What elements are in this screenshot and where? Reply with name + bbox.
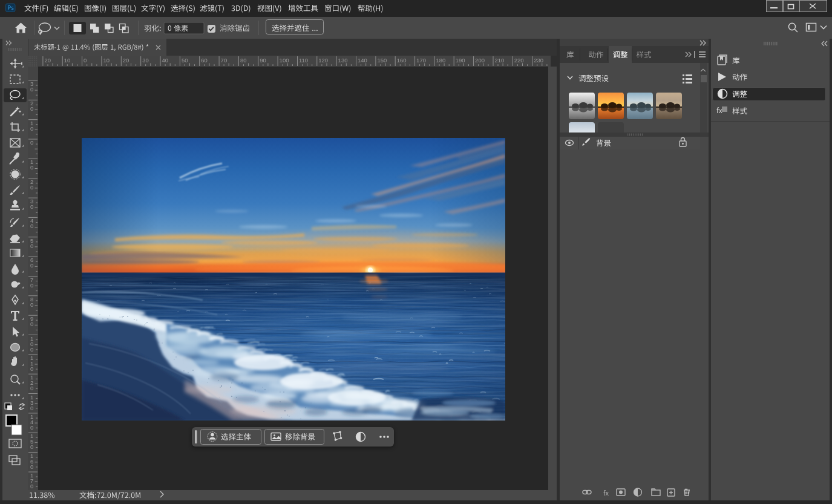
svg-text:0: 0 [30, 164, 33, 171]
svg-text:0: 0 [84, 57, 87, 64]
svg-text:0: 0 [30, 223, 33, 229]
svg-text:120: 120 [318, 57, 328, 64]
svg-text:0: 0 [30, 385, 33, 391]
svg-text:200: 200 [475, 57, 485, 64]
svg-text:0: 0 [30, 203, 33, 210]
svg-text:0: 0 [30, 184, 33, 191]
svg-text:0: 0 [30, 424, 33, 431]
svg-text:0: 0 [30, 346, 33, 353]
svg-text:110: 110 [299, 57, 308, 64]
svg-text:230: 230 [534, 57, 543, 64]
svg-text:80: 80 [240, 57, 247, 64]
svg-text:160: 160 [397, 57, 407, 64]
svg-text:210: 210 [495, 57, 505, 64]
svg-text:0: 0 [30, 262, 33, 269]
svg-text:0: 0 [30, 365, 33, 372]
svg-text:10: 10 [103, 57, 110, 64]
svg-text:0: 0 [30, 301, 33, 308]
svg-text:70: 70 [221, 57, 228, 64]
svg-text:170: 170 [416, 57, 426, 64]
svg-text:90: 90 [260, 57, 266, 64]
svg-text:20: 20 [123, 57, 129, 64]
svg-text:10: 10 [64, 57, 71, 64]
svg-text:0: 0 [30, 139, 33, 146]
svg-text:20: 20 [44, 57, 51, 64]
svg-text:0: 0 [30, 125, 33, 132]
svg-text:0: 0 [30, 405, 33, 411]
svg-text:140: 140 [358, 57, 367, 64]
svg-text:130: 130 [338, 57, 348, 64]
svg-text:0: 0 [30, 105, 33, 112]
svg-text:40: 40 [162, 57, 169, 64]
svg-text:0: 0 [30, 243, 33, 249]
svg-text:220: 220 [514, 57, 524, 64]
svg-text:0: 0 [30, 282, 33, 289]
svg-text:0: 0 [30, 86, 33, 93]
svg-text:100: 100 [280, 57, 289, 64]
svg-text:180: 180 [436, 57, 445, 64]
svg-text:190: 190 [456, 57, 465, 64]
svg-text:150: 150 [377, 57, 387, 64]
svg-text:0: 0 [30, 443, 33, 450]
svg-text:0: 0 [30, 483, 33, 489]
svg-text:50: 50 [182, 57, 188, 64]
svg-text:30: 30 [142, 57, 149, 64]
svg-text:60: 60 [201, 57, 208, 64]
svg-text:0: 0 [30, 321, 33, 327]
svg-text:0: 0 [30, 463, 33, 470]
